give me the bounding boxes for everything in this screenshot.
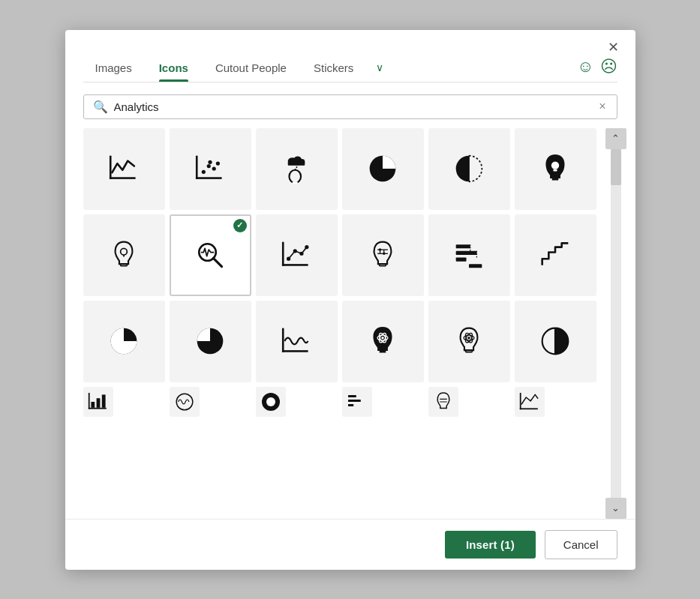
svg-rect-14 [288,161,305,165]
svg-rect-27 [282,242,284,266]
svg-rect-39 [456,244,470,248]
tab-stickers[interactable]: Stickers [302,55,365,82]
svg-point-18 [551,161,559,169]
svg-point-4 [202,170,206,174]
svg-rect-0 [110,156,112,179]
svg-rect-75 [519,393,521,409]
svg-rect-3 [196,177,222,179]
icon-half-fill-circle[interactable] [515,301,596,382]
selected-checkmark [233,219,247,232]
tab-icons[interactable]: Icons [147,55,200,82]
svg-rect-2 [196,156,198,179]
icon-wave-chart[interactable] [256,301,338,382]
icon-head-atom-outline[interactable] [428,301,510,382]
tabs-divider [83,82,617,82]
icons-grid [83,128,602,519]
icon-partial-4[interactable] [342,387,372,417]
icon-partial-5[interactable] [428,387,458,417]
icon-head-circuit[interactable] [342,214,424,296]
tab-cutout-people[interactable]: Cutout People [203,55,299,82]
close-button[interactable]: ✕ [603,39,623,55]
icon-gantt-chart[interactable] [428,214,510,296]
tab-images[interactable]: Images [83,55,144,82]
icons-area: ⌃ ⌄ [65,128,635,519]
svg-point-7 [208,160,212,164]
svg-point-66 [176,394,193,410]
scroll-thumb[interactable] [611,149,621,185]
search-clear-button[interactable]: × [597,100,607,112]
scroll-down-button[interactable]: ⌄ [605,498,626,519]
svg-rect-74 [519,408,537,409]
icon-partial-3[interactable] [256,387,286,417]
svg-rect-26 [282,264,308,266]
svg-rect-53 [380,351,386,353]
scroll-up-button[interactable]: ⌃ [605,128,626,149]
svg-rect-41 [456,257,467,261]
dialog-footer: Insert (1) Cancel [65,519,635,570]
svg-rect-1 [110,177,136,179]
svg-rect-71 [348,404,353,406]
svg-point-68 [266,397,275,406]
svg-point-5 [207,164,211,168]
icon-pie-three-quarter[interactable] [170,301,251,382]
cancel-button[interactable]: Cancel [545,530,617,559]
scroll-track [611,149,621,498]
svg-rect-40 [456,251,477,255]
svg-point-8 [216,161,220,165]
icon-partial-1[interactable] [83,387,113,417]
svg-rect-70 [348,400,361,402]
icon-data-chart-node[interactable] [256,214,338,296]
more-tabs-chevron[interactable]: ∨ [368,55,391,81]
svg-line-25 [213,258,221,266]
icon-pie-chart[interactable] [342,128,424,210]
insert-icons-dialog: ✕ Images Icons Cutout People Stickers ∨ … [65,30,635,570]
svg-rect-20 [552,178,559,181]
svg-rect-32 [380,264,386,266]
icon-head-lightbulb-filled[interactable] [515,128,596,210]
scrollbar: ⌃ ⌄ [605,128,626,519]
negative-feedback-button[interactable]: ☹ [600,57,617,76]
svg-rect-10 [293,181,298,184]
svg-rect-64 [96,398,100,408]
svg-point-58 [467,337,470,339]
svg-rect-62 [88,407,106,409]
icon-partial-6[interactable] [515,387,545,417]
insert-button[interactable]: Insert (1) [445,531,536,559]
positive-feedback-button[interactable]: ☺ [577,57,593,76]
svg-rect-47 [282,350,308,352]
icon-line-chart-wavy[interactable] [83,128,165,210]
svg-rect-19 [553,169,557,172]
svg-rect-63 [91,402,95,408]
svg-rect-21 [121,264,128,266]
svg-rect-61 [88,393,89,409]
svg-rect-54 [466,350,473,352]
icon-analytics-search[interactable] [170,214,251,296]
svg-point-52 [381,337,383,339]
svg-point-22 [121,248,128,255]
svg-point-6 [212,166,216,170]
icon-head-lightbulb-outline[interactable] [83,214,165,296]
icon-head-atom-filled[interactable] [342,301,424,382]
svg-rect-69 [348,395,356,397]
svg-rect-48 [282,328,284,352]
icon-brain-cloud[interactable] [256,128,338,210]
icon-half-circle-dotted[interactable] [428,128,510,210]
feedback-icons: ☺ ☹ [577,57,617,79]
icon-scatter-chart[interactable] [170,128,251,210]
dialog-header: ✕ [65,30,635,55]
icon-staircase-chart[interactable] [515,214,596,296]
icon-partial-2[interactable] [170,387,200,417]
svg-point-37 [379,248,381,250]
search-input[interactable] [114,100,592,113]
svg-rect-65 [101,394,105,407]
svg-point-9 [289,170,301,183]
svg-rect-44 [469,264,482,268]
tabs-bar: Images Icons Cutout People Stickers ∨ ☺ … [65,55,635,82]
search-icon: 🔍 [93,100,108,114]
search-bar: 🔍 × [83,94,617,119]
svg-point-38 [383,253,385,255]
icon-pie-quarter[interactable] [83,301,165,382]
